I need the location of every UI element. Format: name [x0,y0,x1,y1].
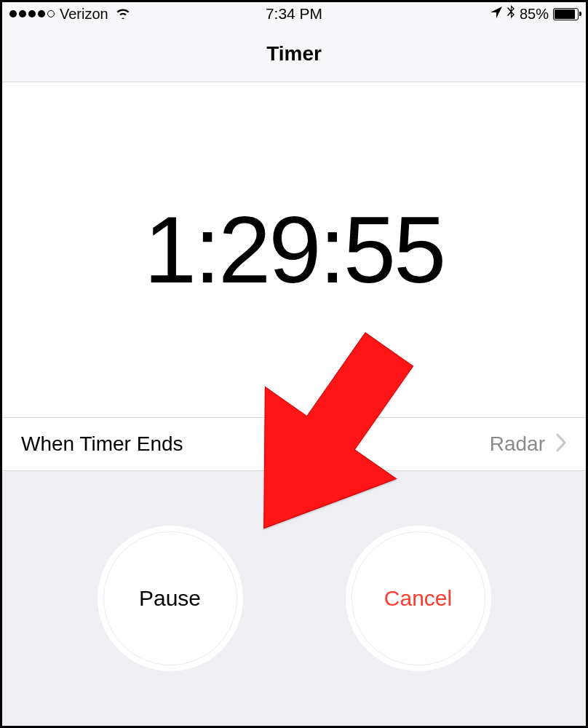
button-area: Pause Cancel [2,471,586,726]
pause-button-label: Pause [139,586,201,611]
status-right: 85% [490,5,579,23]
status-time: 7:34 PM [266,5,322,23]
pause-button[interactable]: Pause [98,526,243,671]
location-icon [490,7,502,22]
when-timer-ends-row[interactable]: When Timer Ends Radar [2,417,586,471]
cancel-button-label: Cancel [384,586,452,611]
cancel-button[interactable]: Cancel [346,526,491,671]
status-bar: Verizon 7:34 PM 85% [2,2,586,25]
carrier-label: Verizon [60,6,108,23]
timer-display-area: 1:29:55 [2,82,586,417]
nav-header: Timer [2,25,586,82]
timer-countdown: 1:29:55 [144,195,445,304]
battery-icon [553,8,579,20]
chevron-right-icon [555,431,567,458]
when-timer-ends-label: When Timer Ends [21,432,490,456]
status-left: Verizon [9,6,131,23]
bluetooth-icon [506,5,515,23]
page-title: Timer [266,42,322,66]
battery-percentage: 85% [520,6,549,23]
wifi-icon [115,6,131,23]
when-timer-ends-value: Radar [490,432,545,456]
signal-strength-icon [9,10,55,17]
